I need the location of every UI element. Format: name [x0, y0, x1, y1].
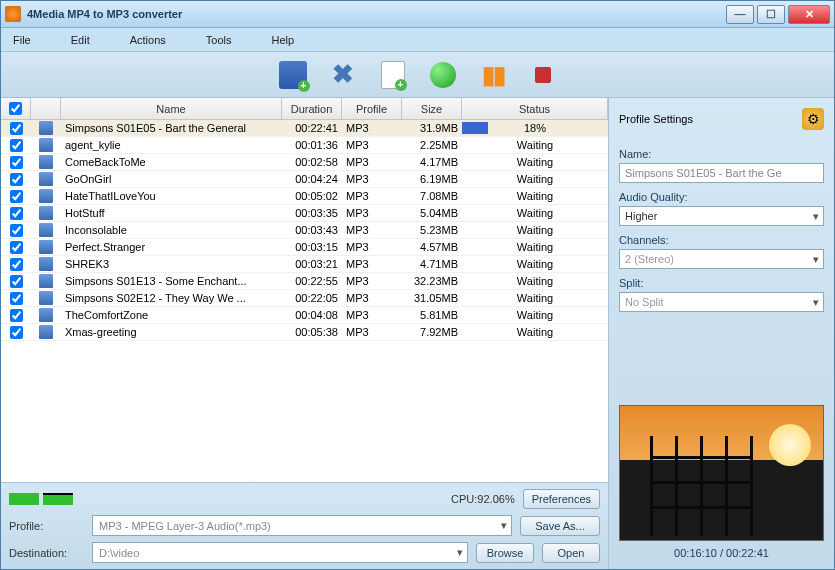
- table-row[interactable]: GoOnGirl00:04:24MP36.19MBWaiting: [1, 171, 608, 188]
- row-checkbox[interactable]: [10, 207, 23, 220]
- row-checkbox[interactable]: [10, 156, 23, 169]
- table-header: Name Duration Profile Size Status: [1, 98, 608, 120]
- header-profile[interactable]: Profile: [342, 98, 402, 119]
- row-name: Simpsons S01E13 - Some Enchant...: [61, 275, 282, 287]
- start-button[interactable]: [427, 59, 459, 91]
- add-profile-button[interactable]: [377, 59, 409, 91]
- row-duration: 00:03:15: [282, 241, 342, 253]
- x-icon: ✖: [332, 59, 354, 90]
- profile-label: Profile:: [9, 520, 84, 532]
- menu-edit[interactable]: Edit: [71, 34, 90, 46]
- row-checkbox[interactable]: [10, 139, 23, 152]
- add-file-button[interactable]: [277, 59, 309, 91]
- row-profile: MP3: [342, 190, 402, 202]
- row-status: Waiting: [462, 241, 608, 253]
- row-profile: MP3: [342, 258, 402, 270]
- profile-combo[interactable]: MP3 - MPEG Layer-3 Audio(*.mp3): [92, 515, 512, 536]
- row-duration: 00:01:36: [282, 139, 342, 151]
- cpu-meters: [9, 493, 73, 505]
- file-icon: [39, 138, 53, 152]
- row-checkbox[interactable]: [10, 292, 23, 305]
- row-checkbox[interactable]: [10, 309, 23, 322]
- row-status: Waiting: [462, 156, 608, 168]
- stop-button[interactable]: [527, 59, 559, 91]
- close-button[interactable]: ✕: [788, 5, 830, 24]
- row-duration: 00:03:35: [282, 207, 342, 219]
- channels-label: Channels:: [619, 234, 824, 246]
- row-checkbox[interactable]: [10, 326, 23, 339]
- quality-combo[interactable]: Higher: [619, 206, 824, 226]
- row-profile: MP3: [342, 292, 402, 304]
- table-row[interactable]: Simpsons S02E12 - They Way We ...00:22:0…: [1, 290, 608, 307]
- row-checkbox[interactable]: [10, 173, 23, 186]
- save-as-button[interactable]: Save As...: [520, 516, 600, 536]
- browse-button[interactable]: Browse: [476, 543, 534, 563]
- menu-actions[interactable]: Actions: [130, 34, 166, 46]
- row-name: SHREK3: [61, 258, 282, 270]
- row-profile: MP3: [342, 156, 402, 168]
- menu-file[interactable]: File: [13, 34, 31, 46]
- gear-icon[interactable]: ⚙: [802, 108, 824, 130]
- header-size[interactable]: Size: [402, 98, 462, 119]
- row-size: 32.23MB: [402, 275, 462, 287]
- preferences-button[interactable]: Preferences: [523, 489, 600, 509]
- row-duration: 00:22:05: [282, 292, 342, 304]
- table-row[interactable]: SHREK300:03:21MP34.71MBWaiting: [1, 256, 608, 273]
- row-name: Simpsons S01E05 - Bart the General: [61, 122, 282, 134]
- row-size: 4.57MB: [402, 241, 462, 253]
- file-icon: [39, 274, 53, 288]
- menu-help[interactable]: Help: [271, 34, 294, 46]
- doc-add-icon: [381, 61, 405, 89]
- preview-time: 00:16:10 / 00:22:41: [619, 547, 824, 559]
- file-list-pane: Name Duration Profile Size Status Simpso…: [1, 98, 609, 569]
- header-name[interactable]: Name: [61, 98, 282, 119]
- name-field[interactable]: [619, 163, 824, 183]
- row-size: 7.08MB: [402, 190, 462, 202]
- table-row[interactable]: HateThatILoveYou00:05:02MP37.08MBWaiting: [1, 188, 608, 205]
- row-checkbox[interactable]: [10, 190, 23, 203]
- table-row[interactable]: Perfect.Stranger00:03:15MP34.57MBWaiting: [1, 239, 608, 256]
- row-status: Waiting: [462, 309, 608, 321]
- table-row[interactable]: Simpsons S01E05 - Bart the General00:22:…: [1, 120, 608, 137]
- row-checkbox[interactable]: [10, 275, 23, 288]
- header-check[interactable]: [1, 98, 31, 119]
- maximize-button[interactable]: ☐: [757, 5, 785, 24]
- row-size: 31.9MB: [402, 122, 462, 134]
- row-duration: 00:05:38: [282, 326, 342, 338]
- row-size: 7.92MB: [402, 326, 462, 338]
- row-duration: 00:02:58: [282, 156, 342, 168]
- row-profile: MP3: [342, 224, 402, 236]
- titlebar[interactable]: 4Media MP4 to MP3 converter — ☐ ✕: [1, 1, 834, 28]
- row-checkbox[interactable]: [10, 122, 23, 135]
- table-row[interactable]: agent_kylie00:01:36MP32.25MBWaiting: [1, 137, 608, 154]
- table-row[interactable]: Xmas-greeting00:05:38MP37.92MBWaiting: [1, 324, 608, 341]
- table-row[interactable]: Simpsons S01E13 - Some Enchant...00:22:5…: [1, 273, 608, 290]
- row-size: 4.17MB: [402, 156, 462, 168]
- destination-combo[interactable]: D:\video: [92, 542, 468, 563]
- table-row[interactable]: HotStuff00:03:35MP35.04MBWaiting: [1, 205, 608, 222]
- table-row[interactable]: TheComfortZone00:04:08MP35.81MBWaiting: [1, 307, 608, 324]
- row-checkbox[interactable]: [10, 258, 23, 271]
- select-all-checkbox[interactable]: [9, 102, 22, 115]
- minimize-button[interactable]: —: [726, 5, 754, 24]
- pause-button[interactable]: ▮▮: [477, 59, 509, 91]
- table-row[interactable]: ComeBackToMe00:02:58MP34.17MBWaiting: [1, 154, 608, 171]
- channels-combo[interactable]: 2 (Stereo): [619, 249, 824, 269]
- row-checkbox[interactable]: [10, 241, 23, 254]
- row-status: Waiting: [462, 326, 608, 338]
- remove-button[interactable]: ✖: [327, 59, 359, 91]
- split-combo[interactable]: No Split: [619, 292, 824, 312]
- header-status[interactable]: Status: [462, 98, 608, 119]
- row-size: 5.23MB: [402, 224, 462, 236]
- bottom-bar: CPU:92.06% Preferences Profile: MP3 - MP…: [1, 482, 608, 569]
- file-icon: [39, 172, 53, 186]
- table-row[interactable]: Inconsolable00:03:43MP35.23MBWaiting: [1, 222, 608, 239]
- row-duration: 00:22:41: [282, 122, 342, 134]
- preview-image[interactable]: [619, 405, 824, 541]
- row-checkbox[interactable]: [10, 224, 23, 237]
- row-name: Xmas-greeting: [61, 326, 282, 338]
- open-button[interactable]: Open: [542, 543, 600, 563]
- row-size: 5.04MB: [402, 207, 462, 219]
- header-duration[interactable]: Duration: [282, 98, 342, 119]
- menu-tools[interactable]: Tools: [206, 34, 232, 46]
